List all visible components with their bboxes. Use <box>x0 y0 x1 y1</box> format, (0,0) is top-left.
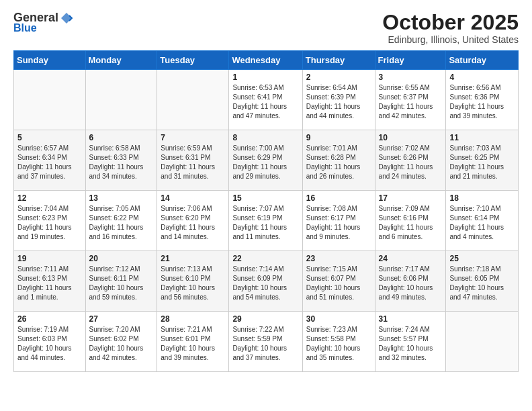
day-cell: 14Sunrise: 7:06 AM Sunset: 6:20 PM Dayli… <box>157 191 229 251</box>
day-number: 22 <box>232 254 298 263</box>
day-info: Sunrise: 7:08 AM Sunset: 6:17 PM Dayligh… <box>306 204 371 242</box>
day-info: Sunrise: 7:17 AM Sunset: 6:06 PM Dayligh… <box>379 265 443 302</box>
day-number: 17 <box>379 193 443 203</box>
day-info: Sunrise: 7:19 AM Sunset: 6:03 PM Dayligh… <box>17 325 82 363</box>
week-row-3: 12Sunrise: 7:04 AM Sunset: 6:23 PM Dayli… <box>14 191 519 251</box>
day-cell <box>14 70 86 130</box>
day-number: 6 <box>89 133 154 142</box>
day-cell: 25Sunrise: 7:18 AM Sunset: 6:05 PM Dayli… <box>446 251 519 312</box>
week-row-5: 26Sunrise: 7:19 AM Sunset: 6:03 PM Dayli… <box>14 312 519 372</box>
day-cell: 10Sunrise: 7:02 AM Sunset: 6:26 PM Dayli… <box>375 130 446 191</box>
day-cell <box>157 70 229 130</box>
day-info: Sunrise: 7:02 AM Sunset: 6:26 PM Dayligh… <box>379 144 443 181</box>
day-info: Sunrise: 7:10 AM Sunset: 6:14 PM Dayligh… <box>449 204 515 242</box>
week-row-4: 19Sunrise: 7:11 AM Sunset: 6:13 PM Dayli… <box>14 251 519 312</box>
day-info: Sunrise: 7:00 AM Sunset: 6:29 PM Dayligh… <box>232 144 298 181</box>
day-number: 7 <box>161 133 225 142</box>
col-header-wednesday: Wednesday <box>229 51 302 70</box>
calendar-table: SundayMondayTuesdayWednesdayThursdayFrid… <box>13 50 519 372</box>
col-header-monday: Monday <box>85 51 157 70</box>
day-info: Sunrise: 7:24 AM Sunset: 5:57 PM Dayligh… <box>379 325 443 363</box>
day-number: 12 <box>17 193 82 203</box>
day-cell: 29Sunrise: 7:22 AM Sunset: 5:59 PM Dayli… <box>229 312 302 372</box>
day-info: Sunrise: 7:15 AM Sunset: 6:07 PM Dayligh… <box>306 265 371 302</box>
col-header-thursday: Thursday <box>302 51 375 70</box>
day-info: Sunrise: 7:12 AM Sunset: 6:11 PM Dayligh… <box>89 265 154 302</box>
month-title: October 2025 <box>382 11 519 34</box>
day-number: 10 <box>379 133 443 142</box>
day-cell: 5Sunrise: 6:57 AM Sunset: 6:34 PM Daylig… <box>14 130 86 191</box>
day-number: 29 <box>232 314 298 324</box>
day-cell: 31Sunrise: 7:24 AM Sunset: 5:57 PM Dayli… <box>375 312 446 372</box>
day-cell: 12Sunrise: 7:04 AM Sunset: 6:23 PM Dayli… <box>14 191 86 251</box>
day-cell: 11Sunrise: 7:03 AM Sunset: 6:25 PM Dayli… <box>446 130 519 191</box>
day-number: 30 <box>306 314 371 324</box>
logo: General Blue <box>13 11 73 34</box>
day-number: 1 <box>232 73 298 82</box>
day-cell: 22Sunrise: 7:14 AM Sunset: 6:09 PM Dayli… <box>229 251 302 312</box>
day-cell: 1Sunrise: 6:53 AM Sunset: 6:41 PM Daylig… <box>229 70 302 130</box>
day-cell: 7Sunrise: 6:59 AM Sunset: 6:31 PM Daylig… <box>157 130 229 191</box>
day-number: 18 <box>449 193 515 203</box>
day-info: Sunrise: 7:06 AM Sunset: 6:20 PM Dayligh… <box>161 204 225 242</box>
day-info: Sunrise: 7:01 AM Sunset: 6:28 PM Dayligh… <box>306 144 371 181</box>
day-number: 26 <box>17 314 82 324</box>
day-cell: 18Sunrise: 7:10 AM Sunset: 6:14 PM Dayli… <box>446 191 519 251</box>
day-cell: 6Sunrise: 6:58 AM Sunset: 6:33 PM Daylig… <box>85 130 157 191</box>
day-cell: 21Sunrise: 7:13 AM Sunset: 6:10 PM Dayli… <box>157 251 229 312</box>
day-cell: 4Sunrise: 6:56 AM Sunset: 6:36 PM Daylig… <box>446 70 519 130</box>
day-cell: 3Sunrise: 6:55 AM Sunset: 6:37 PM Daylig… <box>375 70 446 130</box>
day-number: 5 <box>17 133 82 142</box>
day-number: 8 <box>232 133 298 142</box>
day-info: Sunrise: 6:57 AM Sunset: 6:34 PM Dayligh… <box>17 144 82 181</box>
day-cell: 20Sunrise: 7:12 AM Sunset: 6:11 PM Dayli… <box>85 251 157 312</box>
day-number: 3 <box>379 73 443 82</box>
logo-icon <box>60 11 73 25</box>
day-number: 11 <box>449 133 515 142</box>
day-info: Sunrise: 7:21 AM Sunset: 6:01 PM Dayligh… <box>161 325 225 363</box>
day-cell <box>446 312 519 372</box>
day-number: 27 <box>89 314 154 324</box>
day-info: Sunrise: 6:58 AM Sunset: 6:33 PM Dayligh… <box>89 144 154 181</box>
day-cell: 28Sunrise: 7:21 AM Sunset: 6:01 PM Dayli… <box>157 312 229 372</box>
week-row-1: 1Sunrise: 6:53 AM Sunset: 6:41 PM Daylig… <box>14 70 519 130</box>
day-number: 20 <box>89 254 154 263</box>
title-area: October 2025 Edinburg, Illinois, United … <box>382 11 519 45</box>
day-info: Sunrise: 7:05 AM Sunset: 6:22 PM Dayligh… <box>89 204 154 242</box>
day-number: 13 <box>89 193 154 203</box>
day-number: 16 <box>306 193 371 203</box>
day-info: Sunrise: 7:03 AM Sunset: 6:25 PM Dayligh… <box>449 144 515 181</box>
col-header-tuesday: Tuesday <box>157 51 229 70</box>
col-header-saturday: Saturday <box>446 51 519 70</box>
location-subtitle: Edinburg, Illinois, United States <box>382 34 519 45</box>
day-number: 21 <box>161 254 225 263</box>
day-number: 23 <box>306 254 371 263</box>
day-cell: 2Sunrise: 6:54 AM Sunset: 6:39 PM Daylig… <box>302 70 375 130</box>
day-info: Sunrise: 7:07 AM Sunset: 6:19 PM Dayligh… <box>232 204 298 242</box>
day-cell: 27Sunrise: 7:20 AM Sunset: 6:02 PM Dayli… <box>85 312 157 372</box>
day-number: 2 <box>306 73 371 82</box>
day-cell <box>85 70 157 130</box>
day-number: 9 <box>306 133 371 142</box>
day-cell: 19Sunrise: 7:11 AM Sunset: 6:13 PM Dayli… <box>14 251 86 312</box>
page-header: General Blue October 2025 Edinburg, Illi… <box>13 11 519 45</box>
day-number: 15 <box>232 193 298 203</box>
day-cell: 8Sunrise: 7:00 AM Sunset: 6:29 PM Daylig… <box>229 130 302 191</box>
day-info: Sunrise: 7:23 AM Sunset: 5:58 PM Dayligh… <box>306 325 371 363</box>
col-header-sunday: Sunday <box>14 51 86 70</box>
day-info: Sunrise: 7:18 AM Sunset: 6:05 PM Dayligh… <box>449 265 515 302</box>
day-number: 24 <box>379 254 443 263</box>
day-cell: 26Sunrise: 7:19 AM Sunset: 6:03 PM Dayli… <box>14 312 86 372</box>
day-number: 25 <box>449 254 515 263</box>
week-row-2: 5Sunrise: 6:57 AM Sunset: 6:34 PM Daylig… <box>14 130 519 191</box>
day-info: Sunrise: 7:04 AM Sunset: 6:23 PM Dayligh… <box>17 204 82 242</box>
day-info: Sunrise: 6:54 AM Sunset: 6:39 PM Dayligh… <box>306 83 371 121</box>
day-info: Sunrise: 7:14 AM Sunset: 6:09 PM Dayligh… <box>232 265 298 302</box>
day-number: 14 <box>161 193 225 203</box>
day-info: Sunrise: 7:11 AM Sunset: 6:13 PM Dayligh… <box>17 265 82 302</box>
day-cell: 15Sunrise: 7:07 AM Sunset: 6:19 PM Dayli… <box>229 191 302 251</box>
day-number: 19 <box>17 254 82 263</box>
day-info: Sunrise: 7:22 AM Sunset: 5:59 PM Dayligh… <box>232 325 298 363</box>
day-cell: 30Sunrise: 7:23 AM Sunset: 5:58 PM Dayli… <box>302 312 375 372</box>
day-info: Sunrise: 6:55 AM Sunset: 6:37 PM Dayligh… <box>379 83 443 121</box>
